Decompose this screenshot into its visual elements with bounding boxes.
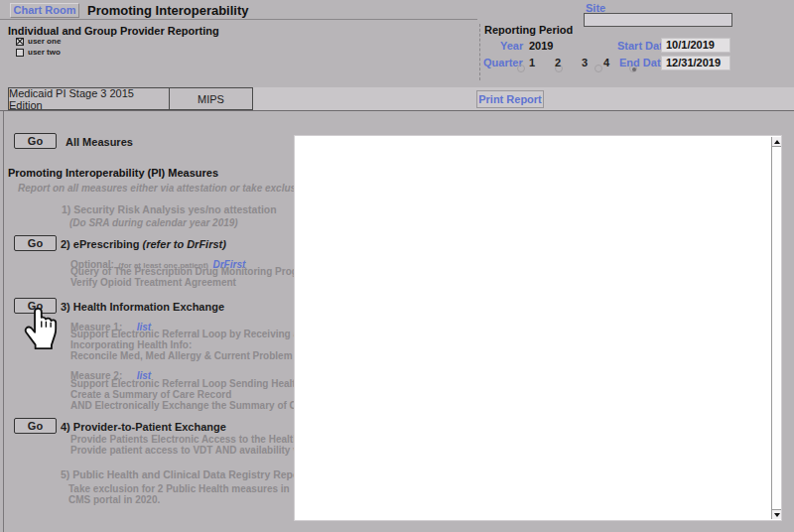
content-scrollbar[interactable] <box>771 137 781 519</box>
end-date-label: End Date <box>619 57 667 68</box>
reporting-period-divider <box>479 24 480 80</box>
main-left-border <box>3 111 4 532</box>
measure-3-m2-line3: AND Electronically Exchange the Summary … <box>70 400 312 412</box>
measure-3-m2-line2: Create a Summary of Care Record <box>70 389 231 401</box>
measure-1-title: 1) Security Risk Analysis yes/no attesta… <box>62 204 277 216</box>
header-divider <box>0 19 477 20</box>
quarter-1-label: 1 <box>529 57 535 68</box>
measure-2-title-note: (refer to DrFirst) <box>143 238 226 250</box>
go-provider-patient-exchange-button[interactable]: Go <box>14 418 57 434</box>
year-label: Year <box>500 40 523 52</box>
measure-2-title-text: 2) ePrescribing <box>61 238 139 250</box>
tab-row-divider <box>0 110 794 111</box>
measure-4-title: 4) Provider-to-Patient Exchange <box>61 421 226 433</box>
measure-2-title: 2) ePrescribing (refer to DrFirst) <box>61 238 226 250</box>
user-two-label: user two <box>28 48 61 57</box>
print-report-button[interactable]: Print Report <box>476 90 544 108</box>
quarter-2-label: 2 <box>555 57 561 68</box>
scroll-down-button[interactable] <box>772 509 781 519</box>
scroll-down-arrow-icon <box>774 513 780 517</box>
measure-3-m1-line1: Support Electronic Referral Loop by Rece… <box>70 329 311 340</box>
end-date-input[interactable]: 12/31/2019 <box>661 56 730 70</box>
quarter-3-radio[interactable] <box>595 65 602 72</box>
chart-room-button[interactable]: Chart Room <box>10 3 79 18</box>
scroll-up-arrow-icon <box>774 140 780 144</box>
start-date-input[interactable]: 10/1/2019 <box>661 38 730 53</box>
user-two-row[interactable]: user two <box>16 48 61 57</box>
reporting-period-title: Reporting Period <box>484 24 573 36</box>
user-one-checkbox[interactable] <box>16 38 24 46</box>
provider-reporting-title: Individual and Group Provider Reporting <box>8 25 219 37</box>
measure-3-m2-line1: Support Electronic Referral Loop Sending… <box>70 378 326 390</box>
go-all-measures-button[interactable]: Go <box>14 133 57 149</box>
year-value[interactable]: 2019 <box>529 40 553 52</box>
go-health-info-exchange-button[interactable]: Go <box>14 298 57 314</box>
measure-5-line2: CMS portal in 2020. <box>68 494 160 506</box>
measure-2-line1: Query of The Prescription Drug Monitorin… <box>70 266 316 278</box>
measure-5-line1: Take exclusion for 2 Public Health measu… <box>68 483 290 495</box>
user-one-row[interactable]: user one <box>16 37 61 46</box>
page-title: Promoting Interoperability <box>87 3 249 18</box>
tab-medicaid-pi-stage3[interactable]: Medicaid PI Stage 3 2015 Edition <box>8 87 170 110</box>
measure-2-line2: Verify Opioid Treatment Agreement <box>70 277 236 289</box>
quarter-4-label: 4 <box>603 57 609 68</box>
measure-3-m1-line3: Reconcile Med, Med Allergy & Current Pro… <box>70 350 313 362</box>
measure-3-title: 3) Health Information Exchange <box>61 301 224 313</box>
pi-measures-section-note: Report on all measures either via attest… <box>18 183 311 194</box>
quarter-1-radio[interactable] <box>517 65 525 72</box>
pi-measures-section-title: Promoting Interoperability (PI) Measures <box>8 167 218 179</box>
measure-4-line1: Provide Patients Electronic Access to th… <box>70 434 320 446</box>
measure-5-title: 5) Public Health and Clinical Data Regis… <box>61 469 323 481</box>
all-measures-label: All Measures <box>66 136 133 148</box>
quarter-3-label: 3 <box>582 57 588 68</box>
measure-4-line2: Provide patient access to VDT AND availa… <box>70 445 309 457</box>
report-content-panel <box>294 135 782 521</box>
site-input[interactable] <box>584 13 732 27</box>
tab-mips[interactable]: MIPS <box>169 87 253 110</box>
user-two-checkbox[interactable] <box>16 49 24 57</box>
measure-3-m1-line2: Incorporating Health Info: <box>70 339 192 351</box>
user-one-label: user one <box>28 37 61 46</box>
go-eprescribing-button[interactable]: Go <box>14 235 57 251</box>
measure-1-note: (Do SRA during calendar year 2019) <box>69 217 238 229</box>
scroll-up-button[interactable] <box>772 137 781 147</box>
